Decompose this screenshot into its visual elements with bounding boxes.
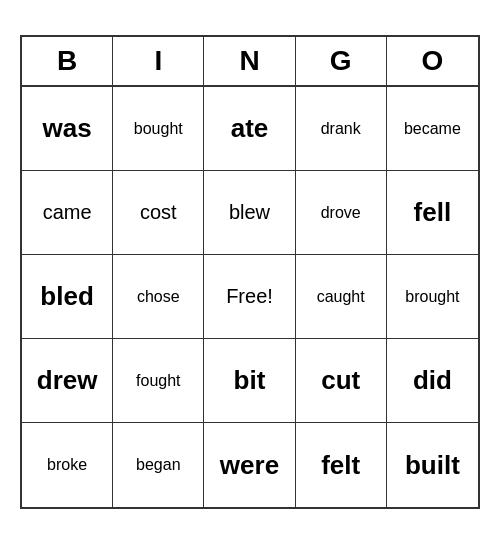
bingo-cell-r2-c2: Free! — [204, 255, 295, 339]
bingo-header: BINGO — [22, 37, 478, 87]
cell-text-r3-c4: did — [413, 365, 452, 396]
bingo-cell-r2-c0: bled — [22, 255, 113, 339]
cell-text-r0-c4: became — [404, 120, 461, 138]
bingo-cell-r0-c2: ate — [204, 87, 295, 171]
cell-text-r0-c1: bought — [134, 120, 183, 138]
cell-text-r2-c2: Free! — [226, 285, 273, 308]
header-cell-b: B — [22, 37, 113, 85]
bingo-cell-r2-c4: brought — [387, 255, 478, 339]
bingo-cell-r1-c4: fell — [387, 171, 478, 255]
bingo-grid: wasboughtatedrankbecamecamecostblewdrove… — [22, 87, 478, 507]
bingo-cell-r4-c2: were — [204, 423, 295, 507]
bingo-cell-r1-c1: cost — [113, 171, 204, 255]
cell-text-r0-c0: was — [43, 113, 92, 144]
cell-text-r2-c3: caught — [317, 288, 365, 306]
bingo-cell-r3-c1: fought — [113, 339, 204, 423]
cell-text-r2-c1: chose — [137, 288, 180, 306]
cell-text-r3-c1: fought — [136, 372, 180, 390]
cell-text-r1-c1: cost — [140, 201, 177, 224]
cell-text-r1-c0: came — [43, 201, 92, 224]
cell-text-r4-c3: felt — [321, 450, 360, 481]
cell-text-r2-c0: bled — [40, 281, 93, 312]
cell-text-r0-c3: drank — [321, 120, 361, 138]
bingo-cell-r4-c1: began — [113, 423, 204, 507]
cell-text-r3-c2: bit — [234, 365, 266, 396]
bingo-card: BINGO wasboughtatedrankbecamecamecostble… — [20, 35, 480, 509]
bingo-cell-r3-c4: did — [387, 339, 478, 423]
cell-text-r1-c2: blew — [229, 201, 270, 224]
bingo-cell-r1-c0: came — [22, 171, 113, 255]
bingo-cell-r1-c2: blew — [204, 171, 295, 255]
bingo-cell-r2-c3: caught — [296, 255, 387, 339]
bingo-cell-r4-c0: broke — [22, 423, 113, 507]
cell-text-r0-c2: ate — [231, 113, 269, 144]
bingo-cell-r3-c2: bit — [204, 339, 295, 423]
cell-text-r4-c1: began — [136, 456, 181, 474]
cell-text-r4-c4: built — [405, 450, 460, 481]
bingo-cell-r0-c0: was — [22, 87, 113, 171]
header-cell-i: I — [113, 37, 204, 85]
cell-text-r1-c3: drove — [321, 204, 361, 222]
bingo-cell-r3-c3: cut — [296, 339, 387, 423]
bingo-cell-r3-c0: drew — [22, 339, 113, 423]
bingo-cell-r4-c3: felt — [296, 423, 387, 507]
cell-text-r3-c0: drew — [37, 365, 98, 396]
cell-text-r4-c0: broke — [47, 456, 87, 474]
bingo-cell-r0-c3: drank — [296, 87, 387, 171]
header-cell-n: N — [204, 37, 295, 85]
header-cell-o: O — [387, 37, 478, 85]
cell-text-r2-c4: brought — [405, 288, 459, 306]
bingo-cell-r0-c1: bought — [113, 87, 204, 171]
bingo-cell-r0-c4: became — [387, 87, 478, 171]
bingo-cell-r1-c3: drove — [296, 171, 387, 255]
cell-text-r3-c3: cut — [321, 365, 360, 396]
bingo-cell-r2-c1: chose — [113, 255, 204, 339]
cell-text-r4-c2: were — [220, 450, 279, 481]
header-cell-g: G — [296, 37, 387, 85]
bingo-cell-r4-c4: built — [387, 423, 478, 507]
cell-text-r1-c4: fell — [414, 197, 452, 228]
